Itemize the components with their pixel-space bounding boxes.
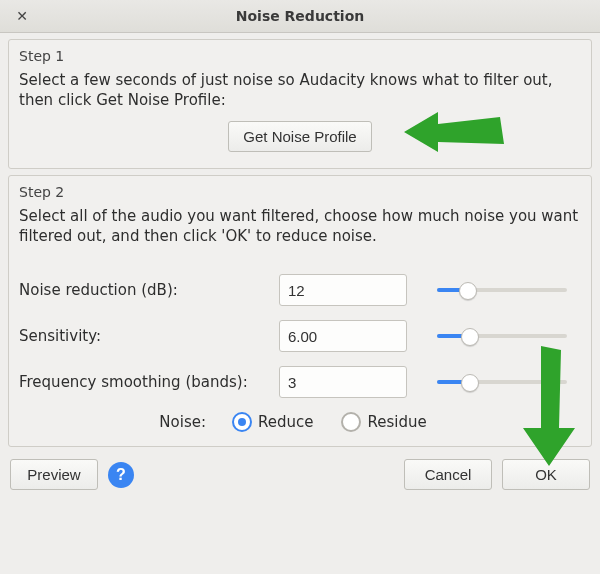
titlebar: ✕ Noise Reduction <box>0 0 600 33</box>
close-icon[interactable]: ✕ <box>10 4 34 28</box>
sensitivity-input[interactable] <box>279 320 407 352</box>
sensitivity-row: Sensitivity: <box>19 320 581 352</box>
preview-button[interactable]: Preview <box>10 459 98 490</box>
svg-marker-1 <box>523 346 575 466</box>
sensitivity-slider[interactable] <box>437 327 567 345</box>
radio-dot-icon <box>341 412 361 432</box>
step2-description: Select all of the audio you want filtere… <box>19 206 581 247</box>
noise-reduction-row: Noise reduction (dB): <box>19 274 581 306</box>
step2-label: Step 2 <box>19 184 581 200</box>
button-bar: Preview ? Cancel OK <box>0 453 600 500</box>
annotation-arrow-icon <box>519 346 579 466</box>
noise-mode-residue-radio[interactable]: Residue <box>341 412 426 432</box>
noise-reduction-slider[interactable] <box>437 281 567 299</box>
sensitivity-label: Sensitivity: <box>19 327 279 345</box>
radio-dot-icon <box>232 412 252 432</box>
noise-reduction-input[interactable] <box>279 274 407 306</box>
step1-label: Step 1 <box>19 48 581 64</box>
frequency-smoothing-label: Frequency smoothing (bands): <box>19 373 279 391</box>
step2-panel: Step 2 Select all of the audio you want … <box>8 175 592 448</box>
step1-description: Select a few seconds of just noise so Au… <box>19 70 581 111</box>
noise-mode-reduce-radio[interactable]: Reduce <box>232 412 313 432</box>
frequency-smoothing-input[interactable] <box>279 366 407 398</box>
frequency-smoothing-slider[interactable] <box>437 373 567 391</box>
get-noise-profile-button[interactable]: Get Noise Profile <box>228 121 371 152</box>
ok-button[interactable]: OK <box>502 459 590 490</box>
frequency-smoothing-row: Frequency smoothing (bands): <box>19 366 581 398</box>
noise-mode-label: Noise: <box>159 413 206 431</box>
noise-reduction-label: Noise reduction (dB): <box>19 281 279 299</box>
window-title: Noise Reduction <box>34 8 590 24</box>
help-button[interactable]: ? <box>108 462 134 488</box>
noise-mode-residue-label: Residue <box>367 413 426 431</box>
noise-mode-reduce-label: Reduce <box>258 413 313 431</box>
cancel-button[interactable]: Cancel <box>404 459 492 490</box>
noise-mode-row: Noise: Reduce Residue <box>19 412 581 432</box>
step1-panel: Step 1 Select a few seconds of just nois… <box>8 39 592 169</box>
